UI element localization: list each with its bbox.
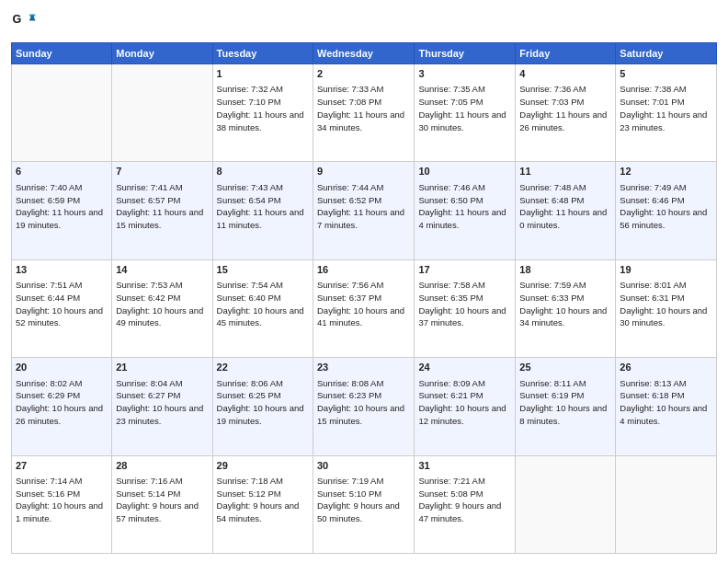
- calendar-cell: 3Sunrise: 7:35 AM Sunset: 7:05 PM Daylig…: [415, 64, 516, 162]
- column-header-monday: Monday: [112, 43, 212, 64]
- day-info: Sunrise: 7:32 AM Sunset: 7:10 PM Dayligh…: [217, 83, 309, 133]
- day-info: Sunrise: 7:44 AM Sunset: 6:52 PM Dayligh…: [317, 181, 410, 232]
- day-info: Sunrise: 7:38 AM Sunset: 7:01 PM Dayligh…: [620, 83, 712, 133]
- calendar-cell: 16Sunrise: 7:56 AM Sunset: 6:37 PM Dayli…: [313, 259, 415, 357]
- day-number: 3: [418, 67, 511, 81]
- header: G: [11, 9, 717, 35]
- calendar-cell: 23Sunrise: 8:08 AM Sunset: 6:23 PM Dayli…: [313, 358, 415, 455]
- day-number: 1: [217, 67, 309, 81]
- day-number: 22: [217, 361, 309, 374]
- day-number: 23: [317, 361, 410, 374]
- calendar-cell: 17Sunrise: 7:58 AM Sunset: 6:35 PM Dayli…: [415, 259, 516, 357]
- day-info: Sunrise: 7:48 AM Sunset: 6:48 PM Dayligh…: [519, 181, 611, 232]
- column-header-thursday: Thursday: [415, 43, 516, 64]
- day-info: Sunrise: 7:18 AM Sunset: 5:12 PM Dayligh…: [217, 475, 309, 525]
- day-number: 12: [620, 165, 712, 178]
- week-row-3: 13Sunrise: 7:51 AM Sunset: 6:44 PM Dayli…: [12, 259, 717, 357]
- day-info: Sunrise: 8:09 AM Sunset: 6:21 PM Dayligh…: [418, 377, 511, 428]
- calendar-cell: 31Sunrise: 7:21 AM Sunset: 5:08 PM Dayli…: [415, 455, 516, 553]
- calendar-cell: 10Sunrise: 7:46 AM Sunset: 6:50 PM Dayli…: [415, 162, 516, 259]
- day-number: 16: [317, 263, 410, 277]
- calendar-cell: 19Sunrise: 8:01 AM Sunset: 6:31 PM Dayli…: [616, 259, 717, 357]
- svg-text:G: G: [12, 13, 21, 26]
- column-header-sunday: Sunday: [12, 43, 112, 64]
- calendar-cell: 30Sunrise: 7:19 AM Sunset: 5:10 PM Dayli…: [313, 455, 415, 553]
- logo: G: [11, 9, 40, 35]
- day-info: Sunrise: 8:11 AM Sunset: 6:19 PM Dayligh…: [519, 377, 611, 428]
- calendar-cell: 28Sunrise: 7:16 AM Sunset: 5:14 PM Dayli…: [112, 455, 212, 553]
- calendar: SundayMondayTuesdayWednesdayThursdayFrid…: [11, 42, 717, 554]
- calendar-cell: 9Sunrise: 7:44 AM Sunset: 6:52 PM Daylig…: [313, 162, 415, 259]
- calendar-cell: 13Sunrise: 7:51 AM Sunset: 6:44 PM Dayli…: [12, 259, 112, 357]
- day-number: 18: [519, 263, 611, 277]
- day-number: 24: [418, 361, 511, 374]
- calendar-cell: 12Sunrise: 7:49 AM Sunset: 6:46 PM Dayli…: [616, 162, 717, 259]
- calendar-cell: 24Sunrise: 8:09 AM Sunset: 6:21 PM Dayli…: [415, 358, 516, 455]
- day-number: 2: [317, 67, 410, 81]
- day-info: Sunrise: 7:33 AM Sunset: 7:08 PM Dayligh…: [317, 83, 410, 133]
- day-info: Sunrise: 8:02 AM Sunset: 6:29 PM Dayligh…: [16, 377, 108, 428]
- day-info: Sunrise: 7:35 AM Sunset: 7:05 PM Dayligh…: [418, 83, 511, 133]
- calendar-header-row: SundayMondayTuesdayWednesdayThursdayFrid…: [12, 43, 717, 64]
- calendar-cell: 4Sunrise: 7:36 AM Sunset: 7:03 PM Daylig…: [516, 64, 616, 162]
- calendar-cell: 8Sunrise: 7:43 AM Sunset: 6:54 PM Daylig…: [212, 162, 313, 259]
- day-info: Sunrise: 8:04 AM Sunset: 6:27 PM Dayligh…: [116, 377, 208, 428]
- calendar-cell: 6Sunrise: 7:40 AM Sunset: 6:59 PM Daylig…: [12, 162, 112, 259]
- day-info: Sunrise: 7:21 AM Sunset: 5:08 PM Dayligh…: [418, 475, 511, 525]
- logo-icon: G: [11, 9, 37, 35]
- day-info: Sunrise: 7:40 AM Sunset: 6:59 PM Dayligh…: [16, 181, 108, 232]
- calendar-cell: [112, 64, 212, 162]
- day-info: Sunrise: 7:53 AM Sunset: 6:42 PM Dayligh…: [116, 279, 208, 329]
- day-number: 8: [217, 165, 309, 178]
- calendar-cell: 2Sunrise: 7:33 AM Sunset: 7:08 PM Daylig…: [313, 64, 415, 162]
- day-info: Sunrise: 7:46 AM Sunset: 6:50 PM Dayligh…: [418, 181, 511, 232]
- day-number: 27: [16, 459, 108, 473]
- calendar-cell: [516, 455, 616, 553]
- day-number: 9: [317, 165, 410, 178]
- day-info: Sunrise: 8:08 AM Sunset: 6:23 PM Dayligh…: [317, 377, 410, 428]
- week-row-5: 27Sunrise: 7:14 AM Sunset: 5:16 PM Dayli…: [12, 455, 717, 553]
- calendar-cell: 15Sunrise: 7:54 AM Sunset: 6:40 PM Dayli…: [212, 259, 313, 357]
- day-info: Sunrise: 8:01 AM Sunset: 6:31 PM Dayligh…: [620, 279, 712, 329]
- day-number: 11: [519, 165, 611, 178]
- calendar-cell: 29Sunrise: 7:18 AM Sunset: 5:12 PM Dayli…: [212, 455, 313, 553]
- main-container: G SundayMondayTuesdayWednesdayThursdayFr…: [0, 0, 728, 563]
- calendar-cell: 1Sunrise: 7:32 AM Sunset: 7:10 PM Daylig…: [212, 64, 313, 162]
- day-number: 15: [217, 263, 309, 277]
- calendar-cell: 25Sunrise: 8:11 AM Sunset: 6:19 PM Dayli…: [516, 358, 616, 455]
- day-number: 13: [16, 263, 108, 277]
- day-number: 30: [317, 459, 410, 473]
- day-info: Sunrise: 7:51 AM Sunset: 6:44 PM Dayligh…: [16, 279, 108, 329]
- day-number: 29: [217, 459, 309, 473]
- day-number: 28: [116, 459, 208, 473]
- calendar-cell: 18Sunrise: 7:59 AM Sunset: 6:33 PM Dayli…: [516, 259, 616, 357]
- day-info: Sunrise: 7:43 AM Sunset: 6:54 PM Dayligh…: [217, 181, 309, 232]
- calendar-cell: 22Sunrise: 8:06 AM Sunset: 6:25 PM Dayli…: [212, 358, 313, 455]
- column-header-saturday: Saturday: [616, 43, 717, 64]
- column-header-tuesday: Tuesday: [212, 43, 313, 64]
- day-number: 7: [116, 165, 208, 178]
- calendar-cell: [616, 455, 717, 553]
- calendar-cell: 26Sunrise: 8:13 AM Sunset: 6:18 PM Dayli…: [616, 358, 717, 455]
- day-number: 26: [620, 361, 712, 374]
- calendar-cell: 27Sunrise: 7:14 AM Sunset: 5:16 PM Dayli…: [12, 455, 112, 553]
- day-info: Sunrise: 8:13 AM Sunset: 6:18 PM Dayligh…: [620, 377, 712, 428]
- day-info: Sunrise: 7:41 AM Sunset: 6:57 PM Dayligh…: [116, 181, 208, 232]
- day-info: Sunrise: 7:56 AM Sunset: 6:37 PM Dayligh…: [317, 279, 410, 329]
- day-info: Sunrise: 7:19 AM Sunset: 5:10 PM Dayligh…: [317, 475, 410, 525]
- column-header-wednesday: Wednesday: [313, 43, 415, 64]
- day-number: 5: [620, 67, 712, 81]
- day-info: Sunrise: 7:36 AM Sunset: 7:03 PM Dayligh…: [519, 83, 611, 133]
- week-row-2: 6Sunrise: 7:40 AM Sunset: 6:59 PM Daylig…: [12, 162, 717, 259]
- day-number: 4: [519, 67, 611, 81]
- calendar-cell: 14Sunrise: 7:53 AM Sunset: 6:42 PM Dayli…: [112, 259, 212, 357]
- calendar-cell: 11Sunrise: 7:48 AM Sunset: 6:48 PM Dayli…: [516, 162, 616, 259]
- day-number: 31: [418, 459, 511, 473]
- day-number: 14: [116, 263, 208, 277]
- day-info: Sunrise: 7:14 AM Sunset: 5:16 PM Dayligh…: [16, 475, 108, 525]
- calendar-cell: 20Sunrise: 8:02 AM Sunset: 6:29 PM Dayli…: [12, 358, 112, 455]
- calendar-cell: 5Sunrise: 7:38 AM Sunset: 7:01 PM Daylig…: [616, 64, 717, 162]
- day-info: Sunrise: 7:49 AM Sunset: 6:46 PM Dayligh…: [620, 181, 712, 232]
- week-row-1: 1Sunrise: 7:32 AM Sunset: 7:10 PM Daylig…: [12, 64, 717, 162]
- day-info: Sunrise: 8:06 AM Sunset: 6:25 PM Dayligh…: [217, 377, 309, 428]
